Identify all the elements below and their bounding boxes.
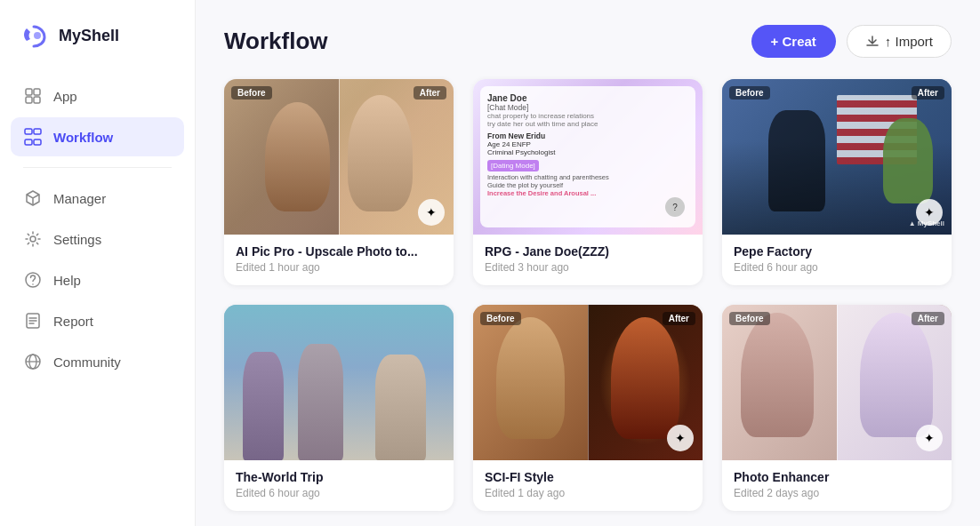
sidebar-item-report[interactable]: Report (11, 301, 184, 340)
star-button-1[interactable]: ✦ (418, 199, 445, 226)
card-image-ai-pic: Before After ✦ (224, 79, 454, 235)
sidebar-item-community[interactable]: Community (11, 342, 184, 381)
card-title-ai-pic: AI Pic Pro - Upscale Photo to... (236, 244, 442, 259)
card-info-photo-enhancer: Photo Enhancer Edited 2 days ago (722, 460, 952, 511)
import-label: ↑ Import (885, 34, 933, 49)
card-ai-pic-pro[interactable]: Before After ✦ AI Pic Pro - Upscale Phot… (224, 79, 454, 285)
card-info-pepe: Pepe Factory Edited 6 hour ago (722, 235, 952, 285)
community-icon (23, 352, 43, 371)
card-meta-ai-pic: Edited 1 hour ago (236, 261, 442, 274)
svg-rect-7 (25, 139, 32, 145)
sidebar-item-community-label: Community (53, 355, 121, 370)
svg-point-0 (34, 32, 41, 39)
help-icon (23, 270, 43, 290)
import-button[interactable]: ↑ Import (847, 25, 952, 58)
main-header: Workflow + Creat ↑ Import (224, 25, 952, 58)
page-title: Workflow (224, 28, 328, 55)
card-image-rpg: Jane Doe [Chat Mode] chat properly to in… (473, 79, 703, 235)
import-icon (865, 35, 880, 49)
badge-after-6: After (912, 312, 944, 325)
nav-divider (23, 167, 172, 168)
report-icon (23, 311, 43, 331)
myshell-logo-icon (18, 20, 50, 52)
svg-rect-1 (26, 89, 32, 95)
nav-top-section: App Workflow Manager (0, 76, 195, 526)
svg-rect-4 (34, 97, 40, 103)
star-button-3[interactable]: ✦ (916, 199, 943, 226)
card-meta-pepe: Edited 6 hour ago (734, 261, 940, 274)
box-icon (23, 188, 43, 208)
card-info-ai-pic: AI Pic Pro - Upscale Photo to... Edited … (224, 235, 454, 285)
card-world-trip[interactable]: The-World Trip Edited 6 hour ago (224, 305, 454, 511)
card-title-pepe: Pepe Factory (734, 244, 940, 259)
card-rpg-jane-doe[interactable]: Jane Doe [Chat Mode] chat properly to in… (473, 79, 703, 285)
sidebar-item-app[interactable]: App (11, 76, 184, 116)
card-image-scifi: Before After ✦ (473, 305, 703, 460)
workflow-grid: Before After ✦ AI Pic Pro - Upscale Phot… (224, 79, 952, 511)
svg-rect-2 (34, 89, 40, 95)
card-image-world-trip (224, 305, 454, 460)
sidebar-item-settings[interactable]: Settings (11, 219, 184, 259)
sidebar-item-help-label: Help (53, 273, 81, 288)
logo-area: MyShell (0, 0, 195, 76)
create-button[interactable]: + Creat (751, 25, 836, 58)
svg-rect-6 (34, 129, 41, 134)
card-image-photo-enhancer: Before After ✦ (722, 305, 952, 460)
card-info-rpg: RPG - Jane Doe(ZZZ) Edited 3 hour ago (473, 235, 703, 285)
app-name: MyShell (59, 27, 119, 45)
card-photo-enhancer[interactable]: Before After ✦ Photo Enhancer Edited 2 d… (722, 305, 952, 511)
card-info-scifi: SCI-FI Style Edited 1 day ago (473, 460, 703, 511)
svg-point-9 (30, 236, 36, 242)
svg-rect-8 (34, 139, 41, 145)
card-title-photo-enhancer: Photo Enhancer (734, 470, 940, 484)
badge-before-3: Before (729, 86, 770, 100)
grid-icon (23, 86, 43, 106)
card-title-world-trip: The-World Trip (236, 470, 442, 484)
card-scifi[interactable]: Before After ✦ SCI-FI Style Edited 1 day… (473, 305, 703, 511)
card-title-rpg: RPG - Jane Doe(ZZZ) (485, 244, 691, 259)
svg-rect-5 (25, 129, 32, 134)
sidebar-item-help[interactable]: Help (11, 260, 184, 299)
sidebar: MyShell App (0, 0, 196, 526)
card-meta-scifi: Edited 1 day ago (485, 487, 691, 499)
card-info-world-trip: The-World Trip Edited 6 hour ago (224, 460, 454, 511)
sidebar-item-app-label: App (53, 89, 77, 104)
badge-before-1: Before (231, 86, 272, 100)
badge-after-3: After (912, 86, 944, 100)
workflow-icon (23, 127, 43, 147)
badge-after-5: After (663, 312, 695, 325)
card-meta-rpg: Edited 3 hour ago (485, 261, 691, 274)
badge-after-1: After (414, 86, 446, 100)
card-meta-photo-enhancer: Edited 2 days ago (734, 487, 940, 499)
card-title-scifi: SCI-FI Style (485, 470, 691, 484)
star-button-6[interactable]: ✦ (916, 425, 943, 451)
sidebar-item-manager-label: Manager (53, 191, 106, 206)
card-image-pepe: Before After ▲ MyShell ✦ (722, 79, 952, 235)
card-pepe-factory[interactable]: Before After ▲ MyShell ✦ Pepe Factory Ed… (722, 79, 952, 285)
svg-rect-3 (26, 97, 32, 103)
sidebar-item-workflow[interactable]: Workflow (11, 117, 184, 156)
sidebar-item-settings-label: Settings (53, 232, 101, 247)
badge-before-6: Before (729, 312, 770, 325)
header-actions: + Creat ↑ Import (751, 25, 952, 58)
star-button-5[interactable]: ✦ (667, 425, 694, 451)
sidebar-item-report-label: Report (53, 314, 93, 329)
gear-icon (23, 229, 43, 249)
card-meta-world-trip: Edited 6 hour ago (236, 487, 442, 499)
svg-point-11 (32, 283, 34, 285)
sidebar-item-workflow-label: Workflow (53, 130, 113, 145)
sidebar-item-manager[interactable]: Manager (11, 179, 184, 218)
main-content: Workflow + Creat ↑ Import (196, 0, 980, 526)
badge-before-5: Before (480, 312, 521, 325)
